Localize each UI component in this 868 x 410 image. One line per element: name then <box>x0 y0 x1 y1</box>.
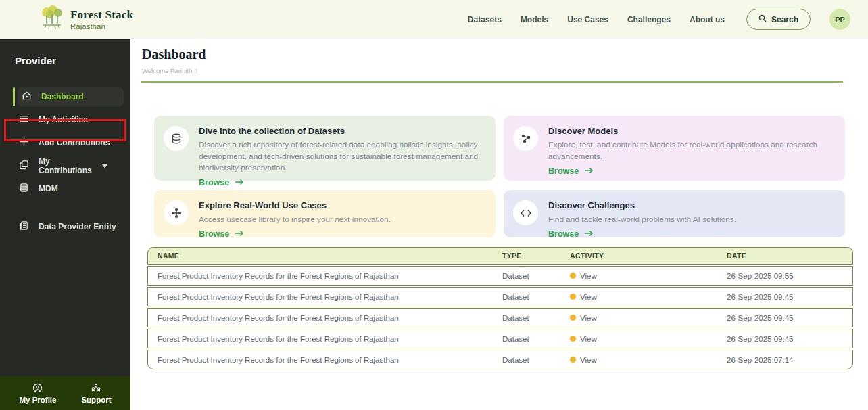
sidebar-footer: My Profile Support <box>0 376 130 410</box>
cell-name: Forest Product Inventory Records for the… <box>158 293 502 301</box>
forest-logo-icon <box>41 5 64 34</box>
sidebar-item-add-contributions[interactable]: Add Contributions <box>15 133 124 153</box>
people-icon <box>91 383 101 394</box>
activity-label: View <box>580 356 597 364</box>
activity-dot-icon <box>570 357 576 363</box>
brand-title: Forest Stack <box>70 8 133 22</box>
my-profile-button[interactable]: My Profile <box>19 383 56 404</box>
recent-activity-table: NAME TYPE ACTIVITY DATE Forest Product I… <box>147 247 853 369</box>
nav-challenges[interactable]: Challenges <box>627 15 671 24</box>
sidebar-item-data-provider-entity[interactable]: Data Provider Entity <box>15 217 124 237</box>
sidebar-item-label: Data Provider Entity <box>39 222 116 231</box>
cell-name: Forest Product Inventory Records for the… <box>158 314 502 322</box>
arrow-right-icon <box>585 166 594 176</box>
card-description: Access usecase library to inspire your n… <box>199 214 483 225</box>
models-card[interactable]: Discover Models Explore, test, and contr… <box>504 116 845 181</box>
search-button[interactable]: Search <box>746 9 811 30</box>
cell-activity: View <box>570 356 727 364</box>
search-icon <box>758 14 767 24</box>
support-label: Support <box>81 396 111 404</box>
browse-models-link[interactable]: Browse <box>548 162 833 176</box>
browse-use-cases-link[interactable]: Browse <box>199 225 483 239</box>
cell-date: 26-Sep-2025 09:55 <box>727 272 852 280</box>
column-header-date: DATE <box>727 252 852 260</box>
sidebar-item-label: Dashboard <box>41 92 84 101</box>
share-network-icon <box>513 126 538 151</box>
page-title: Dashboard <box>142 47 868 62</box>
cell-type: Dataset <box>502 335 570 343</box>
challenges-card[interactable]: Discover Challenges Find and tackle real… <box>504 190 845 237</box>
card-description: Find and tackle real-world problems with… <box>548 214 833 225</box>
cell-date: 26-Sep-2025 09:45 <box>727 335 852 343</box>
home-icon <box>22 91 32 103</box>
database-icon <box>19 183 29 195</box>
cell-date: 26-Sep-2025 07:14 <box>727 356 852 364</box>
table-header-row: NAME TYPE ACTIVITY DATE <box>147 247 853 265</box>
cell-name: Forest Product Inventory Records for the… <box>158 272 502 280</box>
activity-dot-icon <box>570 294 576 300</box>
card-title: Explore Real-World Use Cases <box>199 200 483 210</box>
sidebar-item-label: My Contributions <box>39 156 92 175</box>
activity-label: View <box>580 272 597 280</box>
card-title: Discover Challenges <box>548 200 833 210</box>
cell-type: Dataset <box>502 272 570 280</box>
copy-icon <box>19 160 29 172</box>
cell-name: Forest Product Inventory Records for the… <box>158 335 502 343</box>
activity-dot-icon <box>570 273 576 279</box>
cell-type: Dataset <box>502 356 570 364</box>
nav-datasets[interactable]: Datasets <box>468 15 502 24</box>
header-divider <box>141 81 843 83</box>
nav-models[interactable]: Models <box>521 15 548 24</box>
main-content: Dashboard Welcome Parinith !! Dive into … <box>130 39 868 410</box>
arrow-right-icon <box>235 178 244 187</box>
search-button-label: Search <box>771 15 798 24</box>
sidebar-item-label: Add Contributions <box>39 138 110 147</box>
browse-datasets-link[interactable]: Browse <box>199 174 483 187</box>
top-navigation: Datasets Models Use Cases Challenges Abo… <box>468 9 850 30</box>
browse-challenges-link[interactable]: Browse <box>548 225 833 239</box>
chevron-down-icon <box>101 161 108 170</box>
sidebar-item-label: My Activities <box>39 115 88 124</box>
table-row[interactable]: Forest Product Inventory Records for the… <box>147 308 853 327</box>
sidebar-spacer <box>0 202 130 217</box>
cell-date: 26-Sep-2025 09:45 <box>727 314 852 322</box>
column-header-type: TYPE <box>502 252 570 260</box>
card-title: Dive into the collection of Datasets <box>199 126 483 136</box>
brand-logo[interactable]: Forest Stack Rajasthan <box>41 5 133 34</box>
table-row[interactable]: Forest Product Inventory Records for the… <box>147 329 853 348</box>
list-icon <box>19 114 29 126</box>
table-row[interactable]: Forest Product Inventory Records for the… <box>147 287 853 306</box>
support-button[interactable]: Support <box>81 383 111 404</box>
column-header-name: NAME <box>158 252 502 260</box>
arrow-right-icon <box>585 229 594 239</box>
activity-dot-icon <box>570 336 576 342</box>
cell-date: 26-Sep-2025 09:45 <box>727 293 852 301</box>
sidebar-item-my-contributions[interactable]: My Contributions <box>15 156 124 176</box>
welcome-text: Welcome Parinith !! <box>142 67 868 74</box>
activity-dot-icon <box>570 315 576 321</box>
cell-activity: View <box>570 335 727 343</box>
browse-label: Browse <box>548 229 579 239</box>
card-description: Explore, test, and contribute Models for… <box>548 139 833 162</box>
nav-use-cases[interactable]: Use Cases <box>567 15 608 24</box>
use-cases-card[interactable]: Explore Real-World Use Cases Access usec… <box>154 190 496 237</box>
datasets-card[interactable]: Dive into the collection of Datasets Dis… <box>154 116 496 181</box>
top-header: Forest Stack Rajasthan Datasets Models U… <box>0 0 868 39</box>
sidebar-item-dashboard[interactable]: Dashboard <box>18 87 124 107</box>
sidebar-heading: Provider <box>15 55 130 66</box>
arrow-right-icon <box>235 229 244 239</box>
table-row[interactable]: Forest Product Inventory Records for the… <box>147 350 853 369</box>
table-row[interactable]: Forest Product Inventory Records for the… <box>147 266 853 286</box>
user-avatar[interactable]: PP <box>829 9 850 30</box>
sidebar-item-mdm[interactable]: MDM <box>15 179 124 199</box>
database-icon <box>164 126 189 151</box>
browse-label: Browse <box>199 229 229 239</box>
nodes-plus-icon <box>164 200 189 225</box>
card-description: Discover a rich repository of forest-rel… <box>199 139 483 174</box>
feature-cards: Dive into the collection of Datasets Dis… <box>154 116 868 237</box>
cell-activity: View <box>570 272 727 280</box>
nav-about-us[interactable]: About us <box>690 15 725 24</box>
sidebar-item-my-activities[interactable]: My Activities <box>15 110 124 130</box>
sidebar-item-label: MDM <box>39 184 58 193</box>
building-icon <box>19 221 29 233</box>
